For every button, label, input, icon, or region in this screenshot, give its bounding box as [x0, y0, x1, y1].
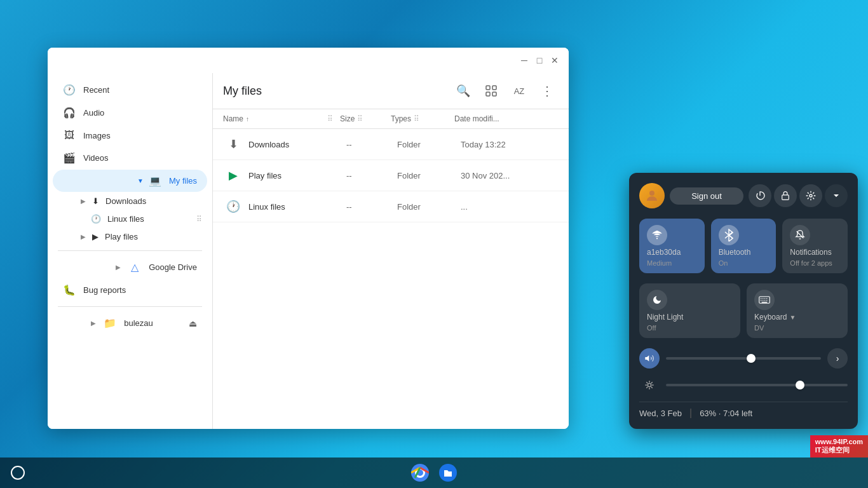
- volume-slider[interactable]: [666, 357, 821, 360]
- volume-expand-button[interactable]: ›: [827, 348, 848, 369]
- bluetooth-tile[interactable]: Bluetooth On: [711, 219, 776, 273]
- col-date-header[interactable]: Date modifi...: [454, 114, 559, 123]
- qs-top-icons: [749, 184, 848, 207]
- notifications-sublabel: Off for 2 apps: [790, 259, 840, 267]
- qs-battery: 63% · 7:04 left: [700, 409, 752, 418]
- bulezau-icon: 📁: [104, 317, 116, 329]
- bulezau-chevron: ▶: [91, 320, 96, 327]
- maximize-button[interactable]: □: [533, 54, 546, 67]
- window-titlebar: ─ □ ✕: [48, 48, 569, 73]
- wifi-sublabel: Medium: [647, 259, 697, 267]
- night-light-sublabel: Off: [647, 324, 733, 332]
- night-light-icon: [647, 290, 667, 310]
- sidebar-item-label: My files: [169, 176, 197, 186]
- brightness-slider[interactable]: [666, 384, 848, 386]
- sidebar-item-bug-reports[interactable]: 🐛 Bug reports: [53, 279, 207, 301]
- qs-bottom-bar: Wed, 3 Feb | 63% · 7:04 left: [639, 402, 848, 419]
- eject-icon[interactable]: ⏏: [189, 318, 197, 329]
- svg-point-7: [656, 238, 658, 239]
- sidebar-subitem-label: Play files: [105, 232, 138, 241]
- drag-handle-icon: ⠿: [196, 215, 202, 224]
- main-content: My files 🔍 AZ ⋮ Name ↑: [213, 73, 569, 429]
- col-name-header[interactable]: Name ↑: [223, 114, 327, 123]
- sidebar-subitem-downloads[interactable]: ▶ ⬇ Downloads: [53, 193, 207, 210]
- col-drag-1: ⠿: [327, 114, 340, 123]
- file-list-header: Name ↑ ⠿ Size ⠿ Types ⠿ Date modifi...: [213, 109, 569, 129]
- col-drag-3: ⠿: [414, 114, 419, 123]
- google-drive-chevron: ▶: [116, 264, 121, 271]
- chrome-taskbar-icon[interactable]: [407, 460, 433, 485]
- notifications-icon: [790, 225, 810, 245]
- qs-date: Wed, 3 Feb: [639, 409, 682, 418]
- table-row[interactable]: ⬇ Downloads -- Folder Today 13:22: [213, 129, 569, 160]
- file-type: Folder: [397, 171, 461, 180]
- sidebar-subitem-play-files[interactable]: ▶ ▶ Play files: [53, 228, 207, 245]
- expand-button[interactable]: [825, 184, 848, 207]
- main-header: My files 🔍 AZ ⋮: [213, 73, 569, 109]
- volume-icon[interactable]: [639, 348, 660, 369]
- sidebar-subitem-label: Downloads: [105, 196, 146, 206]
- bug-reports-icon: 🐛: [63, 284, 76, 296]
- downloads-icon: ⬇: [92, 196, 99, 206]
- sidebar-item-videos[interactable]: 🎬 Videos: [53, 147, 207, 169]
- sidebar-subitem-label: Linux files: [107, 214, 144, 224]
- sort-button[interactable]: AZ: [508, 79, 531, 102]
- sidebar-item-recent[interactable]: 🕐 Recent: [53, 79, 207, 101]
- sidebar: 🕐 Recent 🎧 Audio 🖼 Images 🎬 Videos ▼ 💻 M…: [48, 73, 213, 429]
- notifications-label: Notifications: [790, 248, 840, 257]
- svg-line-27: [646, 387, 648, 388]
- linux-icon: 🕐: [91, 214, 101, 224]
- file-size: --: [346, 140, 397, 149]
- sidebar-item-label: Recent: [83, 85, 109, 95]
- sidebar-item-label: Videos: [83, 153, 109, 163]
- svg-line-25: [651, 387, 653, 388]
- sidebar-item-myfiles[interactable]: ▼ 💻 My files: [53, 170, 207, 192]
- table-row[interactable]: ▶ Play files -- Folder 30 Nov 202...: [213, 160, 569, 191]
- grid-view-button[interactable]: [480, 79, 503, 102]
- sidebar-item-images[interactable]: 🖼 Images: [53, 125, 207, 146]
- search-button[interactable]: 🔍: [452, 79, 475, 102]
- audio-icon: 🎧: [63, 107, 76, 119]
- playfiles-expand-icon: ▶: [81, 233, 86, 240]
- more-options-button[interactable]: ⋮: [536, 79, 559, 102]
- settings-button[interactable]: [799, 184, 822, 207]
- files-taskbar-icon[interactable]: [435, 460, 461, 485]
- file-size: --: [346, 202, 397, 212]
- sign-out-button[interactable]: Sign out: [670, 187, 743, 205]
- qs-top-bar: Sign out: [639, 183, 848, 208]
- minimize-button[interactable]: ─: [518, 54, 531, 67]
- file-icon-linux: 🕐: [223, 196, 243, 217]
- close-button[interactable]: ✕: [548, 54, 561, 67]
- window-body: 🕐 Recent 🎧 Audio 🖼 Images 🎬 Videos ▼ 💻 M…: [48, 73, 569, 429]
- wifi-tile[interactable]: a1eb30da Medium: [639, 219, 705, 273]
- col-type-header[interactable]: Types ⠿: [391, 114, 454, 123]
- svg-rect-5: [782, 195, 789, 200]
- lock-button[interactable]: [774, 184, 797, 207]
- keyboard-tile[interactable]: Keyboard ▼ DV: [747, 283, 848, 338]
- svg-line-24: [646, 382, 648, 383]
- night-light-tile[interactable]: Night Light Off: [639, 283, 740, 338]
- sidebar-item-bulezau[interactable]: ▶ 📁 bulezau ⏏: [53, 312, 207, 334]
- sidebar-item-label: Bug reports: [83, 285, 126, 295]
- bluetooth-icon: [719, 225, 739, 245]
- sidebar-divider-2: [58, 306, 202, 307]
- sidebar-subitem-linux-files[interactable]: 🕐 Linux files ⠿: [53, 210, 207, 227]
- svg-rect-0: [486, 86, 490, 90]
- page-title: My files: [223, 85, 447, 98]
- bluetooth-sublabel: On: [719, 259, 769, 267]
- sidebar-item-audio[interactable]: 🎧 Audio: [53, 102, 207, 124]
- launcher-button[interactable]: [5, 460, 31, 485]
- svg-point-4: [649, 191, 654, 196]
- user-avatar[interactable]: [639, 183, 665, 208]
- svg-rect-3: [492, 92, 496, 96]
- col-size-header[interactable]: Size ⠿: [340, 114, 391, 123]
- sort-asc-icon: ↑: [246, 116, 249, 123]
- downloads-expand-icon: ▶: [81, 198, 86, 205]
- wifi-label: a1eb30da: [647, 248, 697, 257]
- file-name: Linux files: [248, 202, 346, 212]
- notifications-tile[interactable]: Notifications Off for 2 apps: [782, 219, 848, 273]
- quick-settings-panel: Sign out: [629, 173, 858, 429]
- table-row[interactable]: 🕐 Linux files -- Folder ...: [213, 191, 569, 222]
- sidebar-item-google-drive[interactable]: ▶ △ Google Drive: [53, 256, 207, 278]
- power-button[interactable]: [749, 184, 771, 207]
